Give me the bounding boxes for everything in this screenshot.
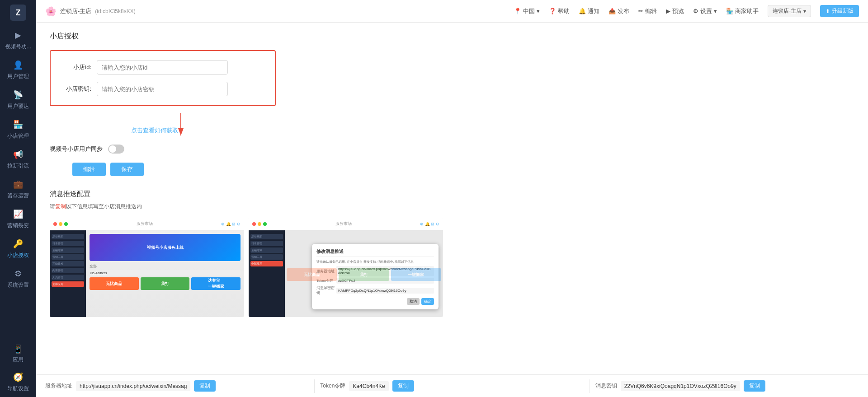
ss-bg-content: 无忧商品 我打 一键搬家 xyxy=(285,230,443,283)
server-label: 服务器地址 xyxy=(45,382,72,390)
divider-1 xyxy=(314,379,315,393)
shop-auth-form: 小店id: 小店密钥: xyxy=(50,50,276,106)
msg-secret-value: 22VnQ6v6K9xiQoagqN1p1OVxozQ29l16Oo9y xyxy=(621,381,740,391)
sidebar-item-system-settings[interactable]: ⚙ 系统设置 xyxy=(0,264,36,294)
notify-button[interactable]: 🔔 通知 xyxy=(579,7,599,15)
ss-sidebar-right: 品类组图 订单管理 金融结算 营销工具 全部应用 xyxy=(249,230,285,317)
copy-server-button[interactable]: 复制 xyxy=(194,380,216,392)
store-selector[interactable]: 连锁店-主店 ▾ xyxy=(768,5,811,17)
copy-token-button[interactable]: 复制 xyxy=(392,380,414,392)
ss-nav6: 内容管理 xyxy=(52,268,84,273)
dot-red-r xyxy=(252,222,256,226)
token-value: Ka4Cb4n4Ke xyxy=(349,381,388,391)
nav-settings-icon: 🧭 xyxy=(13,372,23,383)
ss-main-left: 视频号小店服务上线 全部 No.Address 无忧商品 我打 达客宝一键搬家 xyxy=(86,230,244,317)
page-title: 小店授权 xyxy=(50,32,854,41)
settings-label: 设置 xyxy=(700,7,712,15)
sidebar-item-pull-new[interactable]: 📢 拉新引流 xyxy=(0,145,36,174)
help-button[interactable]: ❓ 帮助 xyxy=(549,7,570,15)
sidebar-item-label: 应用 xyxy=(13,356,24,364)
sidebar-item-user-manage[interactable]: 👤 用户管理 xyxy=(0,55,36,85)
user-manage-icon: 👤 xyxy=(13,60,23,71)
publish-button[interactable]: 📤 发布 xyxy=(609,7,629,15)
video-icon: ▶ xyxy=(15,30,21,41)
save-form-button[interactable]: 保存 xyxy=(110,163,144,176)
edit-label: 编辑 xyxy=(645,7,657,15)
ss-rnav4: 营销工具 xyxy=(250,254,283,260)
sidebar-item-marketing[interactable]: 📈 营销裂变 xyxy=(0,204,36,234)
dot-red xyxy=(53,222,57,226)
divider-2 xyxy=(590,379,590,393)
ss-banner-text: 视频号小店服务上线 xyxy=(147,245,184,251)
sidebar: Z ▶ 视频号功... 👤 用户管理 📡 用户覆达 🏪 小店管理 📢 拉新引流 … xyxy=(0,0,36,397)
copy-secret-button[interactable]: 复制 xyxy=(744,380,765,392)
preview-button[interactable]: ▶ 预览 xyxy=(666,7,684,15)
preview-icon: ▶ xyxy=(666,8,670,14)
ss-cancel-btn[interactable]: 取消 xyxy=(407,298,420,305)
retention-icon: 💼 xyxy=(13,179,23,190)
ss-rnav3: 金融结算 xyxy=(250,248,283,253)
sync-toggle[interactable] xyxy=(108,145,124,154)
dot-yellow-r xyxy=(258,222,261,226)
sidebar-item-shop-auth[interactable]: 🔑 小店授权 xyxy=(0,234,36,264)
dot-yellow xyxy=(59,222,62,226)
main-content: 小店授权 小店id: 小店密钥: 点击查看如何获取 视频号小店用户同步 编辑 xyxy=(36,23,868,397)
ss-bottom-cards: 无忧商品 我打 达客宝一键搬家 xyxy=(90,277,241,290)
header-logo: 🌸 连锁店-主店 (id:cbX35k8sKX) xyxy=(45,6,136,17)
sidebar-logo: Z xyxy=(0,0,36,25)
shop-manage-icon: 🏪 xyxy=(13,119,23,131)
shop-id-input[interactable] xyxy=(97,60,228,75)
chevron-down-icon: ▾ xyxy=(803,8,806,14)
token-field: Token令牌 Ka4Cb4n4Ke 复制 xyxy=(320,380,584,392)
upgrade-label: 升级新版 xyxy=(832,7,854,15)
sidebar-item-shop-manage[interactable]: 🏪 小店管理 xyxy=(0,115,36,145)
publish-label: 发布 xyxy=(618,7,629,15)
edit-form-button[interactable]: 编辑 xyxy=(72,163,106,176)
ss-nav7: 人员管理 xyxy=(52,275,84,280)
edit-button[interactable]: ✏ 编辑 xyxy=(638,7,657,15)
ss-key-label: 消息加密密钥 xyxy=(316,285,335,295)
preview-label: 预览 xyxy=(672,7,684,15)
ss-nav1: 品类组图 xyxy=(52,234,84,239)
sidebar-item-retention[interactable]: 💼 留存运营 xyxy=(0,174,36,204)
sidebar-item-label: 留存运营 xyxy=(7,192,29,200)
sidebar-item-user-reach[interactable]: 📡 用户覆达 xyxy=(0,85,36,115)
merchant-icon: 🏪 xyxy=(726,8,733,14)
ss-card-1: 无忧商品 xyxy=(90,277,139,290)
notify-icon: 🔔 xyxy=(579,8,586,14)
server-value: http://jisuapp.cn/index.php/oc/weixin/Me… xyxy=(76,381,190,391)
publish-icon: 📤 xyxy=(609,8,616,14)
header: 🌸 连锁店-主店 (id:cbX35k8sKX) 📍 中国 ▾ ❓ 帮助 🔔 通… xyxy=(36,0,868,23)
upgrade-button[interactable]: ⬆ 升级新版 xyxy=(820,5,859,17)
how-to-get-link[interactable]: 点击查看如何获取 xyxy=(131,126,178,135)
system-settings-icon: ⚙ xyxy=(14,268,22,280)
hint-emphasis: 复制 xyxy=(55,203,66,210)
sidebar-item-label: 视频号功... xyxy=(5,43,31,51)
msg-secret-field: 消息密钥 22VnQ6v6K9xiQoagqN1p1OVxozQ29l16Oo9… xyxy=(595,380,859,392)
logo-icon: Z xyxy=(10,5,26,21)
notify-label: 通知 xyxy=(588,7,599,15)
edit-icon: ✏ xyxy=(638,8,643,14)
sync-row: 视频号小店用户同步 xyxy=(50,145,854,154)
region-selector[interactable]: 📍 中国 ▾ xyxy=(514,7,540,15)
sidebar-item-app[interactable]: 📱 应用 xyxy=(0,341,36,367)
sidebar-item-label: 营销裂变 xyxy=(7,222,29,229)
sidebar-item-label: 小店授权 xyxy=(7,252,29,259)
shop-auth-icon: 🔑 xyxy=(13,238,23,250)
msg-push-title: 消息推送配置 xyxy=(50,190,854,198)
settings-button[interactable]: ⚙ 设置 ▾ xyxy=(693,7,717,15)
sidebar-item-label: 拉新引流 xyxy=(7,162,29,170)
ss-confirm-btn[interactable]: 确定 xyxy=(421,298,434,305)
help-label: 帮助 xyxy=(558,7,570,15)
shop-secret-input[interactable] xyxy=(97,82,228,96)
ss-key-value: KAMFPDq2pDxQN1p1OVxozQ29l16Oo9y xyxy=(336,288,434,294)
ss-banner: 视频号小店服务上线 xyxy=(90,234,241,261)
ss-top-icons-r: ⊕ 🔔 ⊠ ⊙ xyxy=(420,222,439,226)
ss-bg-card1: 无忧商品 xyxy=(287,268,337,281)
sidebar-item-nav-settings[interactable]: 🧭 导航设置 xyxy=(0,367,36,397)
shop-secret-row: 小店密钥: xyxy=(60,82,266,96)
sidebar-item-label: 用户覆达 xyxy=(7,103,29,110)
sidebar-item-video[interactable]: ▶ 视频号功... xyxy=(0,25,36,55)
location-icon: 📍 xyxy=(514,8,521,14)
merchant-helper-button[interactable]: 🏪 商家助手 xyxy=(726,7,759,15)
